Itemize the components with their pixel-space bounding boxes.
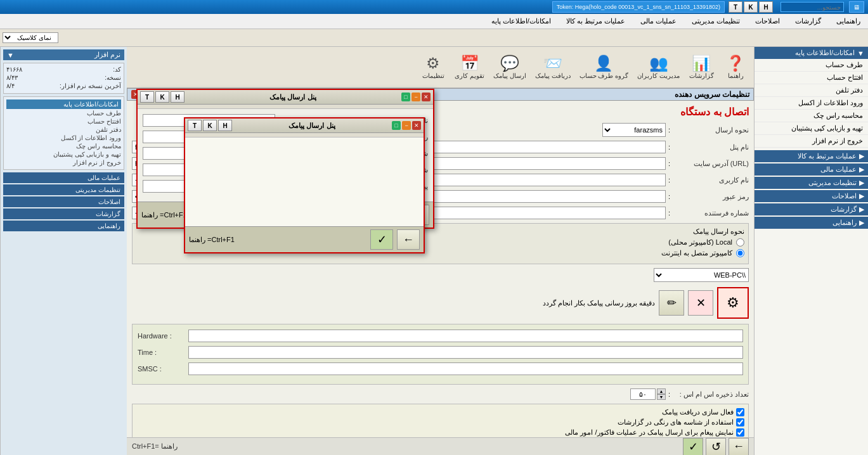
send-toolbar-icon: 💬: [500, 56, 519, 71]
computer-selector[interactable]: \\WEB-PC: [654, 268, 749, 282]
time-row: Time :: [138, 346, 743, 359]
inner-k-btn[interactable]: K: [203, 120, 217, 131]
accounts-header: امکانات/اطلاعات پایه: [6, 99, 121, 109]
soft-code-row: کد: ۴۱۶۶۸: [6, 66, 121, 73]
h-btn[interactable]: H: [759, 1, 773, 13]
checkbox-show-msg[interactable]: [736, 428, 744, 437]
edit-btn[interactable]: ✏: [659, 290, 684, 316]
hardware-input[interactable]: [188, 330, 743, 342]
checkbox-section: فعال سازی دریافت پیامک استفاده از شناسه …: [132, 404, 749, 437]
start-btn[interactable]: 🖥: [849, 1, 864, 13]
expand-arrow-guide-icon: ▶: [859, 219, 864, 227]
sms-h-btn[interactable]: H: [171, 91, 185, 103]
sidebar-item-check[interactable]: محاسبه راس چک: [755, 110, 868, 122]
sidebar-guide-label: راهنمایی: [832, 219, 857, 227]
inner-min-btn[interactable]: −: [402, 121, 411, 130]
second-bar: نمای کلاسیک: [0, 29, 868, 47]
expand-arrow-financial-icon: ▶: [859, 165, 864, 174]
sending-method-select[interactable]: farazsms: [602, 123, 666, 137]
sidebar-item-backup[interactable]: تهیه و بازیابی کپی پشتیبان: [755, 122, 868, 135]
toolbar-users-btn[interactable]: 👥 مدیریت کاربران: [634, 54, 683, 81]
spinner-up-btn[interactable]: ▲: [657, 388, 666, 394]
internet-radio[interactable]: [736, 249, 744, 257]
inner-t-btn[interactable]: T: [188, 120, 202, 131]
taskbar: 🖥 H K T Token: Hega(holo_code 00013_vc_1…: [0, 0, 868, 14]
info-item-open[interactable]: افتتاح حساب: [6, 117, 121, 125]
info-item-exit[interactable]: خروج از نرم افزار: [6, 158, 121, 167]
reports-sidebar-label: گزارشات: [96, 210, 120, 217]
inner-panel-toolbar: [185, 133, 424, 138]
sms-panel-min-btn[interactable]: −: [411, 93, 420, 101]
menu-corrections[interactable]: اصلاحات: [753, 16, 782, 27]
spinner-down-btn[interactable]: ▼: [657, 394, 666, 400]
soft-serial-value: ۸/۴۳: [6, 74, 18, 81]
inner-h-btn[interactable]: H: [218, 120, 232, 131]
inner-confirm-btn[interactable]: ✓: [370, 229, 393, 250]
soft-date-label: آخرین نسخه نرم افزار:: [60, 82, 121, 89]
guide-sidebar-header: راهنمایی: [3, 221, 124, 231]
info-item-backup[interactable]: تهیه و بازیابی کپی پشتیبان: [6, 150, 121, 158]
menu-bar: راهنمایی گزارشات اصلاحات تنظیمات مدیریتی…: [0, 14, 868, 29]
edit-icon: ✏: [667, 296, 677, 310]
toolbar-group-btn[interactable]: 👤 گروه طرف حساب: [576, 54, 632, 81]
expand-arrow-products-icon: ▶: [859, 152, 864, 160]
active-window-tab[interactable]: Token: Hega(holo_code 00013_vc_1_sns_sn_…: [552, 1, 725, 13]
toolbar-guide-btn[interactable]: ❓ راهنما: [720, 54, 751, 81]
t-btn[interactable]: T: [729, 1, 742, 13]
gear-settings-btn[interactable]: ⚙: [717, 287, 749, 319]
sms-t-btn[interactable]: T: [140, 91, 154, 103]
menu-products[interactable]: عملیات مرتبط به کالا: [564, 16, 628, 27]
sms-count-input[interactable]: [630, 388, 656, 400]
time-input[interactable]: [188, 346, 743, 359]
service-title-text: تنظیمات سرویس دهنده: [675, 90, 749, 99]
checkbox-color-ids[interactable]: [736, 418, 744, 426]
toolbar-reports-btn[interactable]: 📊 گزارشات: [685, 54, 717, 81]
k-btn[interactable]: K: [744, 1, 758, 13]
local-radio-label: Local (کامپیوتر محلی): [668, 238, 732, 247]
reports-toolbar-icon: 📊: [692, 56, 711, 71]
toolbar-receive-btn[interactable]: 📨 دریافت پیامک: [532, 54, 574, 81]
sms-k-btn[interactable]: K: [155, 91, 169, 103]
view-selector[interactable]: نمای کلاسیک: [3, 32, 58, 43]
sms-count-spinner: ▲ ▼: [630, 388, 666, 400]
sms-count-label: تعداد ذخیره اس ام اس :: [673, 390, 749, 399]
info-item-excel[interactable]: ورود اطلاعات از اکسل: [6, 134, 121, 142]
sidebar-item-import-excel[interactable]: ورود اطلاعات از اکسل: [755, 97, 868, 110]
toolbar-calendar-btn[interactable]: 📅 تقویم کاری: [451, 54, 488, 81]
corrections-sidebar-label: اصلاحات: [98, 198, 120, 205]
menu-reports[interactable]: گزارشات: [793, 16, 824, 27]
inner-max-btn[interactable]: □: [392, 121, 401, 130]
info-item-accounts[interactable]: طرف حساب: [6, 109, 121, 117]
inner-close-btn[interactable]: ✕: [412, 121, 421, 130]
inner-back-icon: ←: [403, 233, 414, 247]
sidebar-item-exit[interactable]: خروج از نرم افزار: [755, 135, 868, 148]
menu-guide[interactable]: راهنمایی: [834, 16, 863, 27]
menu-management[interactable]: تنظیمات مدیریتی: [689, 16, 742, 27]
sms-panel-titlebar: ✕ − □ پنل ارسال پیامک H K T: [138, 90, 433, 105]
toolbar-send-btn[interactable]: 💬 ارسال پیامک: [490, 54, 529, 81]
info-item-phone[interactable]: دفتر تلفن: [6, 125, 121, 134]
search-input[interactable]: [781, 2, 844, 12]
info-item-check[interactable]: محاسبه راس چک: [6, 142, 121, 150]
inner-back-btn[interactable]: ←: [397, 229, 420, 250]
toolbar-settings-btn[interactable]: ⚙ تنظیمات: [417, 54, 449, 81]
local-radio[interactable]: [736, 238, 744, 247]
sms-count-row: تعداد ذخیره اس ام اس : : ▲ ▼: [132, 388, 749, 400]
receive-toolbar-icon: 📨: [543, 56, 562, 71]
management-header-label: تنظیمات مدیریتی: [75, 186, 120, 193]
refresh-btn[interactable]: ↺: [706, 438, 726, 456]
delete-btn[interactable]: ✕: [688, 290, 713, 316]
back-btn[interactable]: ←: [729, 438, 749, 456]
gear-icon: ⚙: [727, 295, 739, 311]
sidebar-item-phonebook[interactable]: دفتر تلفن: [755, 84, 868, 97]
menu-financial[interactable]: عملیات مالی: [638, 16, 679, 27]
sms-panel-close-btn[interactable]: ✕: [422, 93, 431, 101]
confirm-btn[interactable]: ✓: [683, 438, 703, 456]
smsc-input[interactable]: [188, 362, 743, 375]
checkbox-active-sms[interactable]: [736, 408, 744, 416]
sidebar-item-open-account[interactable]: افتتاح حساب: [755, 72, 868, 84]
sidebar-header-corrections: ▶ اصلاحات: [755, 190, 868, 202]
sms-panel-max-btn[interactable]: □: [401, 93, 410, 101]
menu-basics[interactable]: امکانات/اطلاعات پایه: [489, 16, 554, 27]
sidebar-item-accounts[interactable]: طرف حساب: [755, 59, 868, 72]
